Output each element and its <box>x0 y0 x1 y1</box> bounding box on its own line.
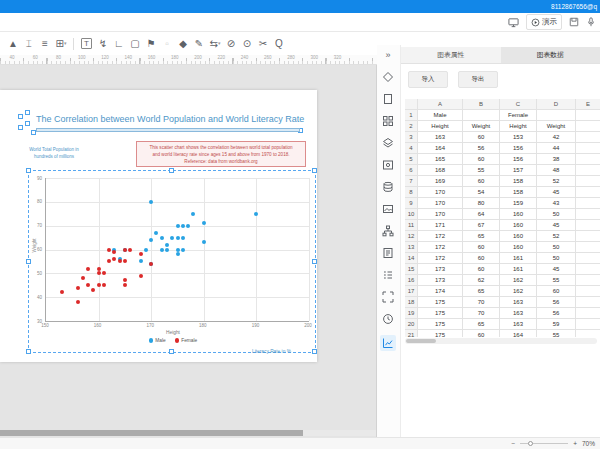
toolbar-zoom-search-icon[interactable]: Q <box>271 32 287 55</box>
chart-title[interactable]: The Correlation between World Population… <box>36 114 306 124</box>
table-cell[interactable]: 168 <box>418 165 463 176</box>
org-chart-icon[interactable] <box>380 223 396 239</box>
selection-handle[interactable] <box>18 125 23 130</box>
collapse-panel-icon[interactable]: » <box>380 47 396 63</box>
table-cell[interactable]: 55 <box>537 275 576 286</box>
table-cell[interactable]: 175 <box>418 319 463 330</box>
selection-handle[interactable] <box>169 349 174 354</box>
table-cell[interactable]: 163 <box>500 319 537 330</box>
table-cell[interactable]: 65 <box>463 286 500 297</box>
table-cell[interactable]: 54 <box>463 187 500 198</box>
table-cell[interactable]: 163 <box>418 132 463 143</box>
table-cell[interactable]: 160 <box>500 209 537 220</box>
table-cell[interactable]: 160 <box>500 242 537 253</box>
table-cell[interactable]: 172 <box>418 231 463 242</box>
table-cell[interactable]: 50 <box>537 253 576 264</box>
layers-icon[interactable] <box>380 135 396 151</box>
canvas[interactable]: The Correlation between World Population… <box>0 65 377 437</box>
selection-handle[interactable] <box>26 259 31 264</box>
y-axis-annotation[interactable]: World Total Population in hundreds of mi… <box>6 147 102 160</box>
table-cell[interactable] <box>576 165 600 176</box>
table-cell[interactable]: 55 <box>463 165 500 176</box>
table-cell[interactable]: 172 <box>418 242 463 253</box>
table-cell[interactable]: 60 <box>537 286 576 297</box>
x-axis-annotation[interactable]: Literacy Rate in % <box>252 349 291 354</box>
table-cell[interactable] <box>576 187 600 198</box>
table-cell[interactable] <box>576 176 600 187</box>
table-cell[interactable] <box>576 110 600 121</box>
table-cell[interactable] <box>576 253 600 264</box>
table-cell[interactable] <box>576 275 600 286</box>
toolbar-fill-icon[interactable]: ◆ <box>175 32 191 55</box>
table-cell[interactable] <box>576 121 600 132</box>
toolbar-flag-icon[interactable]: ⚑ <box>143 32 159 55</box>
table-cell[interactable]: 169 <box>418 176 463 187</box>
zoom-slider[interactable] <box>520 443 568 444</box>
table-cell[interactable]: 160 <box>500 220 537 231</box>
table-cell[interactable] <box>537 110 576 121</box>
table-cell[interactable]: 170 <box>418 198 463 209</box>
chart-panel-icon[interactable] <box>380 335 396 351</box>
chart-note-box[interactable]: This scatter chart shows the correlation… <box>136 141 306 167</box>
zoom-level[interactable]: 70% <box>582 440 595 447</box>
table-cell[interactable]: 163 <box>500 297 537 308</box>
table-cell[interactable] <box>576 198 600 209</box>
export-button[interactable]: 导出 <box>458 71 498 88</box>
toolbar-text-box-icon[interactable]: T <box>81 38 92 49</box>
scrollbar-thumb[interactable] <box>0 430 303 436</box>
table-cell[interactable]: 52 <box>537 231 576 242</box>
selection-handle[interactable] <box>312 349 317 354</box>
table-cell[interactable]: 67 <box>463 220 500 231</box>
table-cell[interactable] <box>576 220 600 231</box>
table-cell[interactable]: 43 <box>537 198 576 209</box>
canvas-horizontal-scrollbar[interactable] <box>0 430 377 436</box>
table-cell[interactable]: 161 <box>500 253 537 264</box>
table-cell[interactable]: 173 <box>418 275 463 286</box>
table-cell[interactable]: Weight <box>537 121 576 132</box>
shape-library-icon[interactable] <box>380 113 396 129</box>
table-cell[interactable] <box>576 286 600 297</box>
table-cell[interactable]: 42 <box>537 132 576 143</box>
toolbar-align-icon[interactable]: ≡ <box>37 32 53 55</box>
table-horizontal-scrollbar[interactable] <box>405 338 597 344</box>
table-cell[interactable]: 70 <box>463 297 500 308</box>
table-cell[interactable]: Male <box>418 110 463 121</box>
table-cell[interactable] <box>576 242 600 253</box>
note-icon[interactable] <box>380 245 396 261</box>
table-cell[interactable]: 170 <box>418 187 463 198</box>
page-setup-icon[interactable] <box>380 91 396 107</box>
table-cell[interactable]: 175 <box>418 308 463 319</box>
page[interactable]: The Correlation between World Population… <box>0 90 317 362</box>
tab-chart-properties[interactable]: 图表属性 <box>401 47 501 64</box>
table-cell[interactable]: 60 <box>463 176 500 187</box>
toolbar-shape-icon[interactable]: ▢ <box>127 32 143 55</box>
format-paint-icon[interactable] <box>380 69 396 85</box>
table-cell[interactable]: 160 <box>500 231 537 242</box>
table-cell[interactable] <box>576 330 600 337</box>
zoom-in-button[interactable]: + <box>573 440 577 447</box>
toolbar-distribute-icon[interactable]: ⊞▾ <box>53 32 69 55</box>
table-cell[interactable]: 175 <box>418 330 463 337</box>
table-cell[interactable]: 158 <box>500 187 537 198</box>
table-cell[interactable]: 162 <box>500 275 537 286</box>
table-cell[interactable]: 65 <box>463 319 500 330</box>
toolbar-anchor-point-icon[interactable]: ⊙ <box>239 32 255 55</box>
table-cell[interactable] <box>576 209 600 220</box>
table-cell[interactable]: 153 <box>500 132 537 143</box>
table-cell[interactable] <box>576 132 600 143</box>
table-cell[interactable]: 163 <box>500 308 537 319</box>
table-cell[interactable]: 60 <box>463 330 500 337</box>
table-cell[interactable]: 171 <box>418 220 463 231</box>
toolbar-crop-icon[interactable]: ▫ <box>159 32 175 55</box>
selection-handle[interactable] <box>312 259 317 264</box>
table-cell[interactable] <box>576 297 600 308</box>
table-cell[interactable]: 175 <box>418 297 463 308</box>
import-button[interactable]: 导入 <box>408 71 448 88</box>
zoom-out-button[interactable]: − <box>511 440 515 447</box>
toolbar-font-color-icon[interactable]: ▲ <box>5 32 21 55</box>
table-cell[interactable]: 65 <box>463 231 500 242</box>
table-cell[interactable]: 159 <box>500 198 537 209</box>
table-cell[interactable]: 157 <box>500 165 537 176</box>
history-icon[interactable] <box>380 311 396 327</box>
toolbar-line-style-icon[interactable]: ⇆▾ <box>207 32 223 55</box>
